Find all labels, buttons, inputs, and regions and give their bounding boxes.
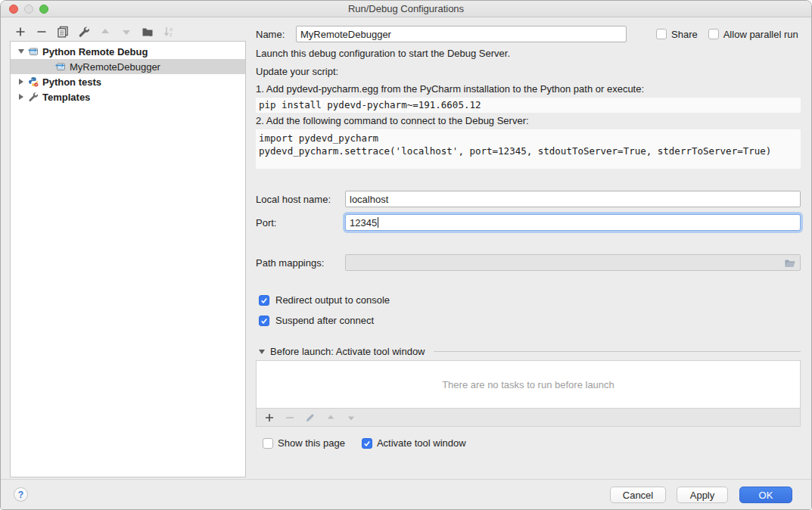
- wrench-icon: [27, 92, 39, 102]
- tree-item-label: Templates: [42, 92, 90, 103]
- checkbox-checked-icon[interactable]: [259, 316, 269, 326]
- checkbox-checked-icon[interactable]: [362, 438, 372, 449]
- page-options-row: Show this page Activate tool window: [263, 437, 466, 449]
- python-tests-icon: [27, 76, 39, 87]
- tree-item-python-tests[interactable]: Python tests: [11, 74, 245, 89]
- tree-item-templates[interactable]: Templates: [11, 89, 245, 104]
- remote-debug-icon: [27, 46, 39, 57]
- port-value: 12345: [350, 217, 377, 229]
- tree-item-label: MyRemoteDebugger: [70, 61, 160, 73]
- tree-item-label: Python Remote Debug: [42, 46, 148, 58]
- path-mappings-label: Path mappings:: [256, 257, 345, 269]
- configuration-editor: Name: Share Allow parallel run Launch th…: [256, 17, 801, 479]
- dialog-footer: ? Cancel Apply OK: [1, 479, 811, 510]
- checkbox-unchecked-icon[interactable]: [263, 438, 273, 449]
- tree-item-myremotedebugger[interactable]: MyRemoteDebugger: [11, 59, 245, 74]
- edit-task-pencil-icon[interactable]: [304, 412, 316, 424]
- chevron-down-icon[interactable]: [259, 350, 265, 354]
- name-row: Name: Share Allow parallel run: [256, 26, 801, 42]
- share-label: Share: [671, 29, 698, 40]
- activate-tool-window-checkbox[interactable]: Activate tool window: [362, 437, 466, 449]
- configurations-tree: Python Remote Debug MyRemoteDebugger Pyt…: [10, 41, 246, 477]
- name-label: Name:: [256, 29, 296, 40]
- new-folder-icon[interactable]: [142, 26, 154, 38]
- before-launch-header[interactable]: Before launch: Activate tool window: [259, 346, 801, 357]
- help-question-icon: ?: [18, 490, 23, 500]
- code-line: pydevd_pycharm.settrace('localhost', por…: [259, 145, 798, 157]
- svg-text:a: a: [170, 26, 173, 32]
- checkbox-unchecked-icon[interactable]: [656, 29, 667, 39]
- minimize-window-icon[interactable]: [24, 5, 33, 14]
- instruction-line: Update your script:: [256, 63, 801, 81]
- tasks-toolbar: [256, 409, 801, 427]
- move-task-up-icon[interactable]: [325, 412, 337, 424]
- before-launch-tasks-list[interactable]: There are no tasks to run before launch: [256, 360, 801, 409]
- instruction-step2: 2. Add the following command to connect …: [256, 113, 801, 129]
- instruction-step1: 1. Add pydevd-pycharm.egg from the PyCha…: [256, 81, 801, 98]
- suspend-after-connect-checkbox[interactable]: Suspend after connect: [259, 315, 374, 326]
- code-line: import pydevd_pycharm: [259, 132, 798, 145]
- window-title: Run/Debug Configurations: [348, 3, 464, 14]
- activate-tool-window-label: Activate tool window: [377, 437, 466, 449]
- remove-icon[interactable]: [36, 26, 48, 38]
- pip-install-code-snippet: pip install pydevd-pycharm~=191.6605.12: [256, 98, 801, 113]
- chevron-right-icon[interactable]: [15, 79, 27, 85]
- sort-alphabetically-icon[interactable]: az: [163, 26, 175, 38]
- chevron-down-icon[interactable]: [15, 49, 27, 54]
- chevron-right-icon[interactable]: [15, 94, 27, 100]
- tree-item-python-remote-debug[interactable]: Python Remote Debug: [11, 44, 245, 59]
- divider: [434, 351, 801, 352]
- titlebar: Run/Debug Configurations: [1, 1, 811, 17]
- remove-task-icon[interactable]: [284, 412, 296, 424]
- remote-debug-icon: [54, 61, 67, 72]
- svg-text:z: z: [170, 32, 173, 37]
- port-row: Port: 12345: [256, 214, 801, 231]
- close-window-icon[interactable]: [9, 5, 18, 14]
- empty-tasks-message: There are no tasks to run before launch: [442, 379, 614, 390]
- show-this-page-checkbox[interactable]: Show this page: [263, 437, 345, 449]
- copy-icon[interactable]: [57, 26, 69, 38]
- local-host-label: Local host name:: [256, 194, 345, 205]
- help-button[interactable]: ?: [14, 487, 28, 502]
- zoom-window-icon[interactable]: [39, 5, 48, 14]
- instructions-pane: Launch this debug configuration to start…: [256, 45, 801, 169]
- move-down-icon[interactable]: [120, 26, 132, 38]
- move-task-down-icon[interactable]: [345, 412, 357, 424]
- name-input[interactable]: [296, 26, 627, 42]
- edit-templates-wrench-icon[interactable]: [78, 26, 90, 38]
- before-launch-label: Before launch: Activate tool window: [270, 346, 425, 357]
- configurations-toolbar: az: [14, 24, 175, 39]
- redirect-output-checkbox[interactable]: Redirect output to console: [259, 294, 390, 306]
- share-checkbox[interactable]: Share: [656, 29, 698, 40]
- suspend-after-connect-label: Suspend after connect: [275, 315, 374, 326]
- tree-item-label: Python tests: [42, 76, 101, 88]
- path-mappings-row: Path mappings:: [256, 254, 801, 271]
- cancel-button[interactable]: Cancel: [610, 487, 666, 503]
- allow-parallel-run-label: Allow parallel run: [723, 29, 798, 40]
- port-input[interactable]: 12345: [345, 214, 801, 231]
- path-mappings-input[interactable]: [345, 254, 801, 271]
- local-host-input[interactable]: [345, 191, 801, 207]
- window-controls: [9, 5, 48, 14]
- text-caret: [378, 217, 378, 228]
- local-host-row: Local host name:: [256, 191, 801, 207]
- move-up-icon[interactable]: [99, 26, 111, 38]
- add-task-icon[interactable]: [263, 412, 275, 424]
- apply-button[interactable]: Apply: [677, 487, 728, 503]
- browse-folder-icon[interactable]: [784, 257, 796, 268]
- instruction-line: Launch this debug configuration to start…: [256, 45, 801, 63]
- ok-button[interactable]: OK: [739, 487, 792, 503]
- add-icon[interactable]: [14, 26, 26, 38]
- redirect-output-label: Redirect output to console: [275, 294, 390, 306]
- port-label: Port:: [256, 217, 345, 229]
- show-this-page-label: Show this page: [278, 437, 345, 449]
- checkbox-checked-icon[interactable]: [259, 295, 269, 306]
- allow-parallel-run-checkbox[interactable]: Allow parallel run: [708, 29, 798, 40]
- run-debug-configurations-dialog: Run/Debug Configurations az: [0, 0, 812, 510]
- checkbox-unchecked-icon[interactable]: [708, 29, 719, 39]
- settrace-code-snippet: import pydevd_pycharm pydevd_pycharm.set…: [256, 129, 801, 169]
